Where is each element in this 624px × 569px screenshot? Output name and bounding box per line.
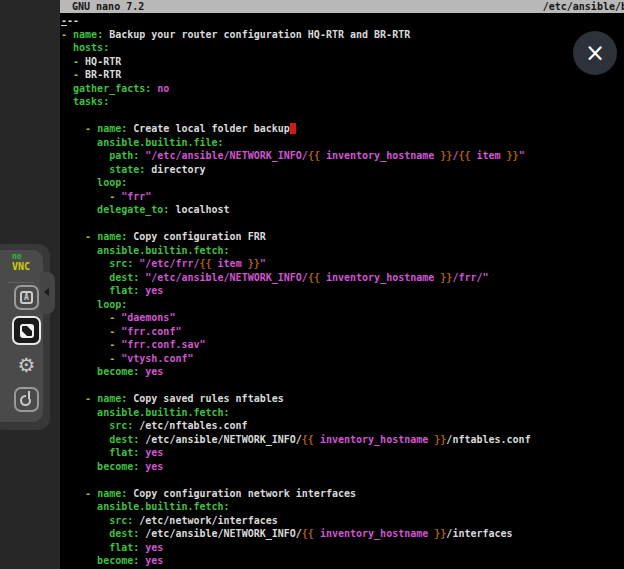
terminal-line: ansible.builtin.fetch: <box>61 500 624 514</box>
terminal-line <box>61 473 624 487</box>
nano-titlebar: GNU nano 7.2 /etc/ansible/b <box>60 0 624 13</box>
terminal-line: - HQ-RTR <box>61 55 624 69</box>
terminal-line: - BR-RTR <box>61 68 624 82</box>
terminal-line <box>61 109 624 123</box>
terminal-line: flat: yes <box>61 446 624 460</box>
terminal-line: flat: yes <box>61 541 624 555</box>
terminal-line: ansible.builtin.fetch: <box>61 244 624 258</box>
novnc-logo: no VNC <box>12 252 30 272</box>
fullscreen-button[interactable] <box>12 316 41 345</box>
power-icon <box>16 389 37 410</box>
terminal-line: - name: Create local folder backup <box>61 122 624 136</box>
terminal-line: - "daemons" <box>61 311 624 325</box>
terminal-line: ansible.builtin.fetch: <box>61 406 624 420</box>
terminal-line: - "frr" <box>61 190 624 204</box>
terminal-line: - "frr.conf" <box>61 325 624 339</box>
terminal-line: dest: "/etc/ansible/NETWORK_INFO/{{ inve… <box>61 271 624 285</box>
terminal-line: - "frr.conf.sav" <box>61 338 624 352</box>
disconnect-button[interactable] <box>14 387 39 412</box>
terminal-line: - name: Copy configuration network inter… <box>61 487 624 501</box>
terminal-line: delegate_to: localhost <box>61 203 624 217</box>
terminal-line: state: directory <box>61 163 624 177</box>
terminal-line: --- <box>61 14 624 28</box>
extra-keys-button[interactable]: A <box>14 285 39 310</box>
terminal-line: loop: <box>61 298 624 312</box>
terminal-line: loop: <box>61 176 624 190</box>
terminal-line: - name: Copy saved rules nftables <box>61 392 624 406</box>
terminal-text: ---- name: Backup your router configurat… <box>61 14 624 569</box>
terminal-line <box>61 217 624 231</box>
terminal-line: gather_facts: no <box>61 82 624 96</box>
terminal-line: hosts: <box>61 41 624 55</box>
terminal-line <box>61 379 624 393</box>
settings-button[interactable]: ⚙ <box>14 352 39 377</box>
control-bar-handle[interactable] <box>40 272 55 314</box>
novnc-logo-vnc: VNC <box>12 262 30 272</box>
fullscreen-icon <box>20 324 34 338</box>
terminal-line: become: yes <box>61 460 624 474</box>
terminal-line: src: /etc/network/interfaces <box>61 514 624 528</box>
nano-filename: /etc/ansible/b <box>543 0 624 13</box>
terminal-line: - name: Copy configuration FRR <box>61 230 624 244</box>
vnc-viewport: no VNC A ⚙ <box>0 0 624 569</box>
terminal-line: dest: /etc/ansible/NETWORK_INFO/{{ inven… <box>61 433 624 447</box>
terminal-line: path: "/etc/ansible/NETWORK_INFO/{{ inve… <box>61 149 624 163</box>
terminal-screen[interactable]: GNU nano 7.2 /etc/ansible/b ---- name: B… <box>60 0 624 569</box>
close-button[interactable]: × <box>573 31 617 75</box>
terminal-line: dest: /etc/ansible/NETWORK_INFO/{{ inven… <box>61 527 624 541</box>
terminal-line: flat: yes <box>61 284 624 298</box>
close-icon: × <box>585 41 605 65</box>
terminal-line: src: "/etc/frr/{{ item }}" <box>61 257 624 271</box>
nano-version: GNU nano 7.2 <box>72 0 144 13</box>
vnc-sidebar: no VNC A ⚙ <box>0 0 60 569</box>
terminal-line: ansible.builtin.file: <box>61 136 624 150</box>
terminal-line: src: /etc/nftables.conf <box>61 419 624 433</box>
terminal-line: - name: Backup your router configuration… <box>61 28 624 42</box>
collapse-arrow-icon <box>44 288 49 296</box>
terminal-line: become: yes <box>61 365 624 379</box>
a-key-icon: A <box>20 291 33 304</box>
gear-icon: ⚙ <box>18 355 36 375</box>
terminal-line: tasks: <box>61 95 624 109</box>
terminal-line: - "vtysh.conf" <box>61 352 624 366</box>
control-bar-divider <box>8 282 34 283</box>
vnc-control-bar: no VNC A ⚙ <box>0 250 43 422</box>
terminal-line: become: yes <box>61 554 624 568</box>
